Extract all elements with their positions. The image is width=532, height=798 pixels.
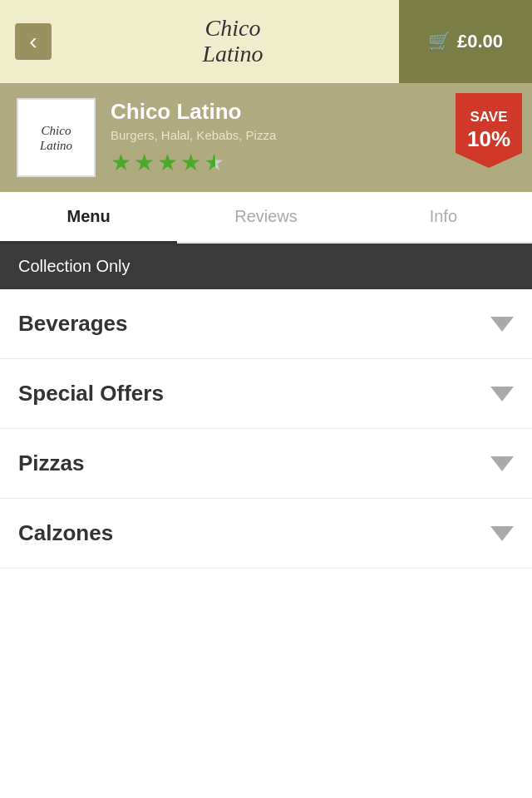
save-badge: SAVE 10% [456, 93, 522, 168]
chevron-down-icon [490, 456, 514, 471]
menu-category-label: Pizzas [18, 451, 85, 476]
star-rating: ★ ★ ★ ★ ★★ [111, 149, 515, 176]
basket-area[interactable]: 🛒 £0.00 [399, 0, 532, 83]
basket-price: £0.00 [457, 31, 503, 52]
menu-category-calzones[interactable]: Calzones [0, 499, 532, 569]
restaurant-categories: Burgers, Halal, Kebabs, Pizza [111, 128, 515, 142]
save-label: SAVE [470, 109, 507, 126]
menu-category-pizzas[interactable]: Pizzas [0, 429, 532, 499]
menu-category-label: Calzones [18, 520, 113, 546]
star-1: ★ [111, 149, 131, 176]
restaurant-name: Chico Latino [111, 99, 515, 125]
menu-category-label: Beverages [18, 311, 128, 337]
app-logo-text: Chico Latino [202, 16, 263, 67]
star-3: ★ [157, 149, 178, 176]
basket-icon: 🛒 [428, 31, 451, 52]
menu-category-beverages[interactable]: Beverages [0, 289, 532, 359]
header: ‹ Chico Latino 🛒 £0.00 [0, 0, 532, 83]
star-4: ★ [180, 149, 201, 176]
menu-category-special-offers[interactable]: Special Offers [0, 359, 532, 429]
restaurant-logo: Chico Latino [17, 98, 96, 177]
save-percent: 10% [467, 126, 510, 152]
logo-line1: Chico [202, 16, 263, 42]
restaurant-banner: Chico Latino Chico Latino Burgers, Halal… [0, 83, 532, 192]
star-2: ★ [134, 149, 155, 176]
menu-list: Beverages Special Offers Pizzas Calzones [0, 289, 532, 569]
restaurant-logo-text: Chico Latino [40, 123, 72, 153]
collection-bar: Collection Only [0, 244, 532, 289]
chevron-down-icon [490, 317, 514, 332]
tab-bar: Menu Reviews Info [0, 192, 532, 244]
collection-bar-text: Collection Only [18, 257, 131, 275]
logo-line2: Latino [202, 42, 263, 67]
chevron-down-icon [490, 526, 514, 541]
header-logo: Chico Latino [66, 0, 399, 83]
tab-info[interactable]: Info [355, 192, 532, 242]
chevron-down-icon [490, 387, 514, 401]
header-left: ‹ [0, 0, 66, 83]
back-button[interactable]: ‹ [15, 23, 52, 60]
restaurant-info: Chico Latino Burgers, Halal, Kebabs, Piz… [111, 99, 515, 176]
star-5: ★★ [204, 149, 224, 176]
tab-reviews[interactable]: Reviews [177, 192, 354, 242]
tab-menu[interactable]: Menu [0, 192, 177, 244]
menu-category-label: Special Offers [18, 381, 164, 406]
